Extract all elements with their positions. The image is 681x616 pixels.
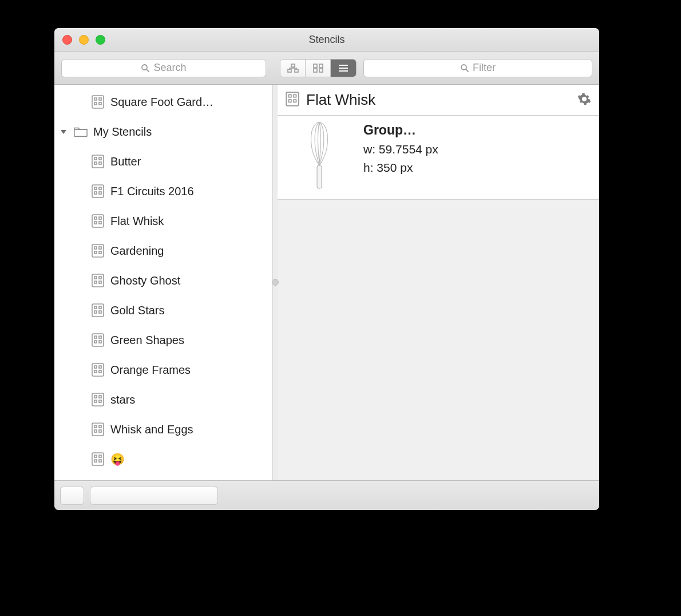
svg-line-1 [147, 69, 149, 72]
svg-rect-67 [94, 425, 97, 428]
svg-rect-73 [99, 455, 101, 457]
svg-rect-58 [99, 366, 101, 368]
minimize-button[interactable] [79, 35, 89, 45]
sidebar-item-label: Green Shapes [110, 334, 272, 347]
sidebar-item[interactable]: Ghosty Ghost [54, 266, 272, 295]
svg-rect-24 [94, 162, 97, 164]
whisk-icon [307, 122, 331, 189]
disclosure-triangle-icon[interactable] [59, 128, 68, 135]
svg-rect-66 [92, 423, 104, 436]
footer-field[interactable] [90, 487, 218, 505]
footer-action-button[interactable] [60, 487, 84, 505]
svg-rect-79 [289, 100, 291, 102]
svg-rect-64 [94, 400, 97, 402]
stencil-list-item[interactable]: Group… w: 59.7554 px h: 350 px [278, 116, 599, 200]
search-input[interactable]: Search [61, 59, 266, 77]
sidebar-item-label: Butter [110, 155, 272, 168]
filter-input[interactable]: Filter [363, 59, 592, 77]
svg-rect-50 [99, 311, 101, 313]
svg-rect-81 [317, 165, 322, 188]
divider-handle-icon [272, 279, 279, 286]
sidebar-item-label: Gardening [110, 244, 272, 258]
sidebar-item-label: Square Foot Gard… [110, 96, 272, 109]
sidebar-item[interactable]: Green Shapes [54, 325, 272, 355]
svg-rect-43 [99, 277, 101, 279]
stencil-icon [91, 95, 105, 109]
stencil-icon [91, 393, 105, 406]
svg-rect-3 [288, 69, 291, 72]
settings-button[interactable] [577, 92, 591, 108]
svg-rect-57 [94, 366, 97, 368]
sidebar-item[interactable]: Orange Frames [54, 355, 272, 385]
svg-rect-40 [99, 251, 101, 254]
svg-rect-78 [294, 94, 296, 97]
svg-rect-7 [314, 69, 317, 72]
svg-rect-70 [99, 430, 101, 432]
stencil-icon [91, 363, 105, 377]
stencil-icon [91, 452, 105, 466]
svg-rect-21 [92, 155, 104, 168]
stencil-icon [286, 92, 299, 109]
view-mode-grid[interactable] [306, 60, 331, 77]
svg-rect-56 [92, 364, 104, 376]
svg-rect-54 [94, 341, 97, 343]
svg-rect-76 [286, 92, 299, 106]
grid-icon [313, 64, 323, 73]
sidebar-item-partial[interactable]: Square Foot Gard… [54, 87, 272, 117]
stencil-icon [91, 184, 105, 198]
svg-rect-68 [99, 425, 101, 428]
sidebar: Square Foot Gard… My Stencils Butter [54, 85, 273, 480]
sidebar-item[interactable]: Gardening [54, 236, 272, 266]
stencil-tree[interactable]: Square Foot Gard… My Stencils Butter [54, 85, 272, 480]
svg-rect-49 [94, 311, 97, 313]
footer [54, 480, 599, 510]
svg-rect-8 [319, 69, 323, 72]
svg-rect-27 [94, 187, 97, 189]
sidebar-folder-my-stencils[interactable]: My Stencils [54, 117, 272, 147]
sidebar-item[interactable]: Whisk and Eggs [54, 414, 272, 444]
svg-rect-71 [92, 453, 104, 465]
sidebar-item-label: Whisk and Eggs [110, 423, 272, 436]
svg-rect-38 [99, 247, 101, 249]
svg-rect-55 [99, 341, 101, 343]
sidebar-item[interactable]: Butter [54, 147, 272, 176]
sidebar-item[interactable]: Flat Whisk [54, 206, 272, 236]
sidebar-item[interactable]: F1 Circuits 2016 [54, 176, 272, 206]
svg-rect-53 [99, 336, 101, 338]
search-placeholder: Search [153, 62, 186, 74]
svg-rect-5 [314, 64, 317, 68]
svg-rect-33 [99, 217, 101, 219]
view-mode-list[interactable] [331, 60, 356, 77]
stencils-window: Stencils Search [54, 28, 599, 510]
svg-rect-31 [92, 215, 104, 227]
sidebar-item-label: Flat Whisk [110, 215, 272, 228]
svg-rect-59 [94, 370, 97, 373]
window-title: Stencils [54, 34, 599, 46]
sidebar-item-label: Ghosty Ghost [110, 274, 272, 287]
folder-icon [74, 126, 88, 137]
svg-rect-18 [99, 102, 101, 105]
svg-marker-19 [61, 130, 66, 134]
view-mode-hierarchy[interactable] [280, 60, 306, 77]
stencil-icon [91, 214, 105, 228]
close-button[interactable] [62, 35, 72, 45]
sidebar-item-label: F1 Circuits 2016 [110, 185, 272, 198]
svg-rect-60 [99, 370, 101, 373]
svg-rect-48 [99, 306, 101, 309]
sidebar-item-label: stars [110, 393, 272, 406]
stencil-name: Group… [363, 123, 438, 138]
sidebar-item[interactable]: Gold Stars [54, 295, 272, 325]
filter-placeholder: Filter [473, 62, 496, 74]
traffic-lights [54, 35, 105, 45]
svg-rect-41 [92, 274, 104, 287]
zoom-button[interactable] [96, 35, 105, 45]
sidebar-item[interactable]: stars [54, 385, 272, 414]
view-mode-segmented [280, 59, 357, 77]
sidebar-item[interactable]: 😝 [54, 444, 272, 474]
content-pane: Flat Whisk Group… w: 59.7554 px [278, 85, 599, 480]
gear-icon [577, 92, 591, 106]
svg-rect-35 [99, 222, 101, 224]
svg-rect-44 [94, 281, 97, 283]
split-divider[interactable] [273, 85, 278, 480]
svg-rect-77 [289, 94, 291, 97]
